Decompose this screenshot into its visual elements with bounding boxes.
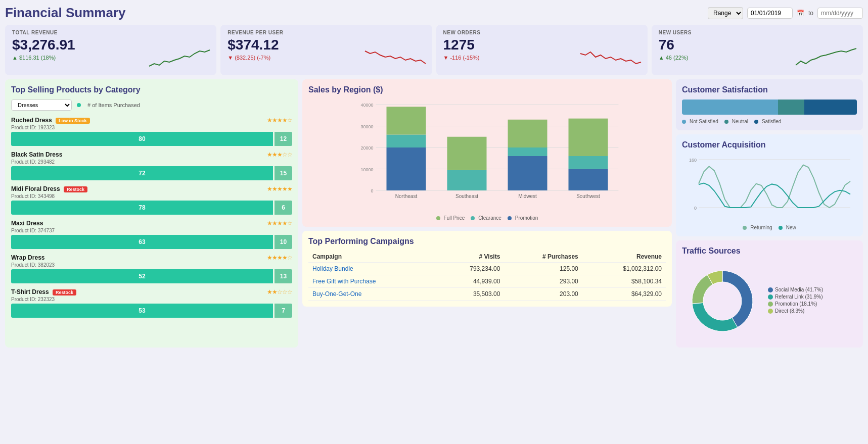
neutral-label: Neutral [732,119,748,124]
traffic-panel: Traffic Sources Social Media (41.7%)Refe… [676,240,863,348]
clearance-dot [471,216,475,220]
bar-secondary-0: 12 [275,132,292,146]
col-purchases: # Purchases [504,251,582,263]
svg-rect-11 [387,135,426,148]
kpi-row: TOTAL REVENUE $3,276.91 ▲ $116.31 (18%) … [5,25,863,75]
svg-text:40000: 40000 [360,103,373,108]
product-stars-2: ★★★★★ [267,185,292,200]
legend-fullprice: Full Price [436,215,465,221]
date-to-label: to [808,10,813,17]
svg-text:30000: 30000 [360,124,373,129]
list-item: Midi Floral Dress Restock Product ID: 34… [11,185,292,215]
satisfied-dot [754,120,758,124]
satisfaction-legend: Not Satisfied Neutral Satisfied [682,119,857,124]
header: Financial Summary Range 📅 to [5,5,863,21]
table-row: Buy-One-Get-One 35,503.00 203.00 $64,329… [308,288,666,301]
returning-dot [743,226,747,230]
product-header-4: Wrap Dress Product ID: 382023 ★★★★☆ [11,254,292,268]
acquisition-title: Customer Acquisition [682,140,857,150]
sparkline-1 [362,46,428,71]
clearance-label: Clearance [478,215,501,221]
product-bar-5: 53 7 [11,304,292,318]
middle-panel: Sales by Region ($) 40000300002000010000… [302,79,672,348]
campaign-visits-0: 793,234.00 [436,263,504,275]
campaign-revenue-0: $1,002,312.00 [582,263,666,275]
sat-segment-2 [804,100,857,115]
list-item: Maxi Dress Product ID: 374737 ★★★★☆ 63 1… [11,220,292,249]
svg-rect-14 [447,170,487,190]
campaign-revenue-1: $58,100.34 [582,275,666,288]
svg-text:Southeast: Southeast [455,193,478,199]
product-name-4: Wrap Dress [11,254,44,261]
category-filter[interactable]: Dresses [11,100,72,111]
fullprice-label: Full Price [444,215,465,221]
satisfaction-panel: Customer Satisfaction Not Satisfied Neut… [676,79,863,130]
date-to-input[interactable] [817,8,863,19]
product-header-2: Midi Floral Dress Restock Product ID: 34… [11,185,292,200]
bar-secondary-4: 13 [275,269,292,283]
legend-new: New [779,225,796,230]
date-range-select[interactable]: Range [708,7,743,19]
satisfied-label: Satisfied [762,119,781,124]
right-panel: Customer Satisfaction Not Satisfied Neut… [676,79,863,348]
donut-label-3: Direct (8.3%) [775,308,804,314]
sparkline-3 [793,46,859,71]
donut-label-1: Referral Link (31.9%) [775,294,823,300]
col-visits: # Visits [436,251,504,263]
product-stars-5: ★★☆☆☆ [267,288,292,303]
svg-rect-21 [569,169,608,191]
product-bar-1: 72 15 [11,166,292,180]
donut-legend-item-1: Referral Link (31.9%) [768,294,823,300]
header-controls: Range 📅 to [708,7,863,19]
neutral-dot [724,120,728,124]
bar-secondary-5: 7 [275,304,292,318]
kpi-label-3: NEW USERS [659,30,856,35]
product-bar-3: 63 10 [11,235,292,249]
kpi-label-0: TOTAL REVENUE [12,30,209,35]
promotion-label: Promotion [515,215,538,221]
product-stars-0: ★★★★☆ [267,117,292,131]
product-name-1: Black Satin Dress [11,151,62,158]
list-item: Black Satin Dress Product ID: 293482 ★★★… [11,151,292,180]
svg-text:0: 0 [694,206,697,211]
sat-segment-1 [778,100,804,115]
bar-secondary-1: 15 [275,166,292,180]
bar-secondary-2: 6 [275,201,292,215]
promotion-dot [508,216,512,220]
campaigns-header-row: Campaign # Visits # Purchases Revenue [308,251,666,263]
bar-main-2: 78 [11,201,273,215]
traffic-title: Traffic Sources [682,246,857,256]
donut-segment-0 [722,271,753,327]
bar-main-4: 52 [11,269,273,283]
product-id-3: Product ID: 374737 [11,228,55,233]
campaign-name-0[interactable]: Holiday Bundle [308,263,436,275]
product-bar-2: 78 6 [11,201,292,215]
product-stars-4: ★★★★☆ [267,254,292,268]
svg-rect-22 [569,156,608,169]
campaign-revenue-2: $64,329.00 [582,288,666,301]
campaign-visits-2: 35,503.00 [436,288,504,301]
kpi-card-2: NEW ORDERS 1275 ▼ -116 (-15%) [436,25,648,75]
product-stars-3: ★★★★☆ [267,220,292,234]
table-row: Holiday Bundle 793,234.00 125.00 $1,002,… [308,263,666,275]
product-name-0: Ruched Dress [11,117,52,124]
donut-legend-item-0: Social Media (41.7%) [768,287,823,292]
product-id-0: Product ID: 192323 [11,125,55,130]
donut-dot-3 [768,309,773,314]
campaigns-table: Campaign # Visits # Purchases Revenue Ho… [308,251,666,301]
kpi-card-1: REVENUE PER USER $374.12 ▼ ($32.25) (-7%… [220,25,432,75]
donut-label-2: Promotion (18.1%) [775,301,817,307]
bar-legend-dot [77,103,81,107]
svg-text:160: 160 [689,158,697,163]
bar-legend-label: # of Items Purchased [87,102,140,108]
new-label: New [786,225,796,230]
campaign-name-2[interactable]: Buy-One-Get-One [308,288,436,301]
date-from-input[interactable] [747,8,793,19]
svg-text:Northeast: Northeast [395,193,418,199]
top-products-panel: Top Selling Products by Category Dresses… [5,79,298,348]
product-name-5: T-Shirt Dress [11,288,49,295]
donut-legend-item-2: Promotion (18.1%) [768,301,823,307]
campaign-name-1[interactable]: Free Gift with Purchase [308,275,436,288]
svg-rect-18 [508,147,547,156]
product-header-0: Ruched Dress Low in Stock Product ID: 19… [11,117,292,131]
